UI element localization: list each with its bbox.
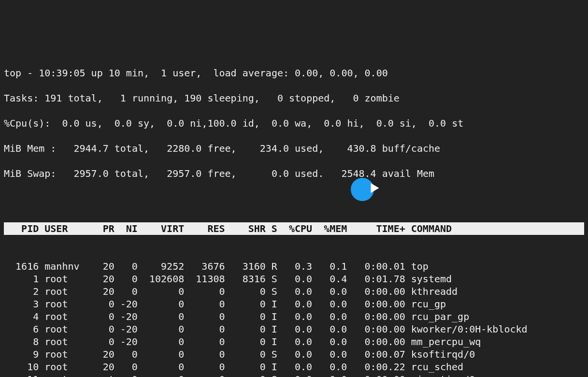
cell-s: S [266, 273, 277, 285]
cell-s: I [266, 323, 277, 335]
cell-virt: 0 [138, 323, 184, 335]
col-s: S [266, 222, 277, 235]
process-row: 9root200000S0.00.00:00.07ksoftirqd/0 [4, 348, 584, 361]
cell-ni: 0 [115, 285, 138, 298]
cell-pr: 0 [91, 335, 115, 348]
cell-shr: 8316 [225, 273, 266, 285]
cell-cpu: 0.0 [277, 335, 312, 348]
cell-s: I [266, 310, 277, 323]
cell-s: S [266, 373, 277, 377]
cell-ni: -20 [115, 335, 138, 348]
summary-uptime-line: top - 10:39:05 up 10 min, 1 user, load a… [4, 67, 584, 79]
cell-pr: 20 [91, 348, 115, 361]
cell-cpu: 0.0 [277, 285, 312, 298]
cell-res: 11308 [184, 273, 225, 285]
cell-pid: 2 [4, 285, 39, 298]
cell-pr: 20 [91, 273, 115, 285]
cell-cmd: rcu_sched [405, 361, 522, 373]
col-user: USER [39, 222, 91, 235]
cell-cmd: top [405, 260, 522, 273]
cell-user: root [39, 373, 91, 377]
cell-user: root [39, 323, 91, 335]
cell-cpu: 0.3 [277, 260, 312, 273]
cell-virt: 9252 [138, 260, 184, 273]
cell-res: 0 [184, 373, 225, 377]
cell-mem: 0.1 [312, 260, 347, 273]
cell-virt: 0 [138, 310, 184, 323]
cell-time: 0:00.00 [347, 323, 405, 335]
col-ni: NI [115, 222, 138, 235]
video-play-button[interactable] [351, 178, 374, 201]
cell-cpu: 0.0 [277, 273, 312, 285]
cell-cpu: 0.0 [277, 373, 312, 377]
cell-cmd: systemd [405, 273, 522, 285]
cell-pid: 6 [4, 323, 39, 335]
cell-cmd: ksoftirqd/0 [405, 348, 522, 361]
process-row: 3root0-20000I0.00.00:00.00rcu_gp [4, 298, 584, 310]
cell-pid: 8 [4, 335, 39, 348]
process-table-header: PIDUSERPRNIVIRTRESSHRS%CPU%MEMTIME+COMMA… [4, 222, 584, 235]
col-shr: SHR [225, 222, 266, 235]
col-pr: PR [91, 222, 115, 235]
col-virt: VIRT [138, 222, 184, 235]
summary-tasks-line: Tasks: 191 total, 1 running, 190 sleepin… [4, 92, 584, 104]
cell-user: root [39, 348, 91, 361]
cell-shr: 0 [225, 335, 266, 348]
cell-res: 0 [184, 298, 225, 310]
svg-marker-0 [371, 183, 379, 193]
cell-time: 0:00.00 [347, 310, 405, 323]
cell-time: 0:00.00 [347, 285, 405, 298]
cell-mem: 0.0 [312, 298, 347, 310]
cell-time: 0:00.01 [347, 260, 405, 273]
cell-user: root [39, 285, 91, 298]
cell-s: S [266, 285, 277, 298]
cell-virt: 102608 [138, 273, 184, 285]
process-row: 6root0-20000I0.00.00:00.00kworker/0:0H-k… [4, 323, 584, 335]
cell-time: 0:01.78 [347, 273, 405, 285]
process-row: 1616manhnv200925236763160R0.30.10:00.01t… [4, 260, 584, 273]
process-row: 2root200000S0.00.00:00.00kthreadd [4, 285, 584, 298]
cell-ni: -20 [115, 310, 138, 323]
cell-time: 0:00.07 [347, 348, 405, 361]
cell-user: root [39, 310, 91, 323]
cell-cpu: 0.0 [277, 310, 312, 323]
cell-cmd: rcu_gp [405, 298, 522, 310]
cell-s: I [266, 361, 277, 373]
summary-cpu-line: %Cpu(s): 0.0 us, 0.0 sy, 0.0 ni,100.0 id… [4, 117, 584, 130]
cell-s: I [266, 335, 277, 348]
cell-ni: 0 [115, 361, 138, 373]
cell-cpu: 0.0 [277, 298, 312, 310]
cell-mem: 0.0 [312, 335, 347, 348]
summary-swap-line: MiB Swap: 2957.0 total, 2957.0 free, 0.0… [4, 167, 584, 180]
cell-pr: 0 [91, 323, 115, 335]
cell-cmd: rcu_par_gp [405, 310, 522, 323]
cell-virt: 0 [138, 373, 184, 377]
cell-pid: 1616 [4, 260, 39, 273]
cell-shr: 0 [225, 298, 266, 310]
cell-res: 0 [184, 361, 225, 373]
cell-user: manhnv [39, 260, 91, 273]
cell-cpu: 0.0 [277, 361, 312, 373]
cell-shr: 0 [225, 285, 266, 298]
cell-s: R [266, 260, 277, 273]
cell-pid: 1 [4, 273, 39, 285]
cell-time: 0:00.00 [347, 298, 405, 310]
cell-virt: 0 [138, 285, 184, 298]
cell-s: I [266, 298, 277, 310]
process-row: 11rootrt0000S0.00.00:00.00migration/0 [4, 373, 584, 377]
col-cmd: COMMAND [405, 222, 522, 235]
cell-cmd: mm_percpu_wq [405, 335, 522, 348]
process-table-body: 1616manhnv200925236763160R0.30.10:00.01t… [4, 260, 584, 377]
cell-res: 3676 [184, 260, 225, 273]
cell-virt: 0 [138, 298, 184, 310]
col-cpu: %CPU [277, 222, 312, 235]
cell-shr: 0 [225, 323, 266, 335]
cell-ni: -20 [115, 298, 138, 310]
cell-res: 0 [184, 348, 225, 361]
cell-mem: 0.0 [312, 361, 347, 373]
summary-mem-line: MiB Mem : 2944.7 total, 2280.0 free, 234… [4, 142, 584, 155]
cell-pr: 20 [91, 285, 115, 298]
cell-res: 0 [184, 335, 225, 348]
cell-shr: 0 [225, 373, 266, 377]
cell-shr: 0 [225, 348, 266, 361]
